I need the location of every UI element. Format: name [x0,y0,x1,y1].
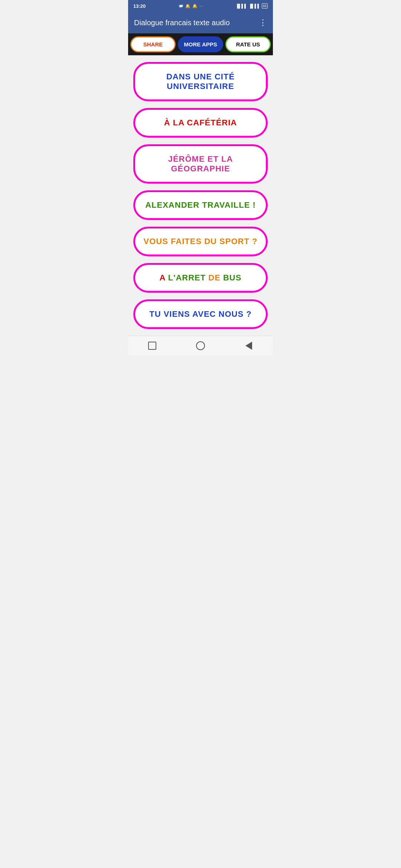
home-icon [196,341,205,350]
app-title: Dialogue francais texte audio [134,19,230,27]
dialogue-label-2: À LA CAFÉTÉRIA [164,118,237,127]
dialogue-item-2[interactable]: À LA CAFÉTÉRIA [133,108,268,138]
notification-icon-2: 🔔 [192,4,198,9]
notification-icon-1: 🔔 [185,4,190,9]
nav-recent-apps-button[interactable] [147,341,157,351]
main-content: DANS UNE CITÉ UNIVERSITAIRE À LA CAFÉTÉR… [128,55,273,336]
nav-bar [128,336,273,355]
dialogue-item-1[interactable]: DANS UNE CITÉ UNIVERSITAIRE [133,62,268,101]
dialogue-item-4[interactable]: ALEXANDER TRAVAILLE ! [133,190,268,220]
dialogue-label-5: VOUS FAITES DU SPORT ? [144,237,258,246]
dialogue-label-4: ALEXANDER TRAVAILLE ! [145,200,256,210]
app-bar: Dialogue francais texte audio ⋮ [128,12,273,33]
status-time: 13:20 [133,3,146,9]
rate-us-button[interactable]: RATE US [225,36,271,52]
battery-icon: 65 [262,3,268,9]
dialogue-item-5[interactable]: VOUS FAITES DU SPORT ? [133,227,268,256]
more-apps-button[interactable]: MORE APPS [178,36,223,52]
telegram-icon: 📨 [178,4,183,9]
dialogue-item-7[interactable]: TU VIENS AVEC NOUS ? [133,299,268,329]
dialogue-label-7: TU VIENS AVEC NOUS ? [149,309,251,319]
dialogue-item-6[interactable]: A L'ARRET DE BUS [133,263,268,293]
dialogue-label-3: JÉRÔME ET LA GÉOGRAPHIE [168,154,233,173]
status-icons: 📨 🔔 🔔 ··· [178,4,203,9]
recent-apps-icon [148,342,156,350]
signal-icon: ▐▌▌▌ [236,4,247,8]
back-icon [245,342,252,350]
nav-home-button[interactable] [195,341,206,351]
share-button[interactable]: SHARE [130,36,176,52]
status-right: ▐▌▌▌ ▐▌▌▌ 65 [236,3,268,9]
wifi-signal-icon: ▐▌▌▌ [249,4,260,8]
more-icon: ··· [199,4,203,8]
dialogue-label-6: A L'ARRET DE BUS [160,273,242,282]
nav-back-button[interactable] [244,341,254,351]
dialogue-item-3[interactable]: JÉRÔME ET LA GÉOGRAPHIE [133,144,268,184]
app-menu-button[interactable]: ⋮ [259,18,267,27]
dialogue-label-1: DANS UNE CITÉ UNIVERSITAIRE [166,72,235,91]
action-row: SHARE MORE APPS RATE US [128,33,273,55]
status-bar: 13:20 📨 🔔 🔔 ··· ▐▌▌▌ ▐▌▌▌ 65 [128,0,273,12]
